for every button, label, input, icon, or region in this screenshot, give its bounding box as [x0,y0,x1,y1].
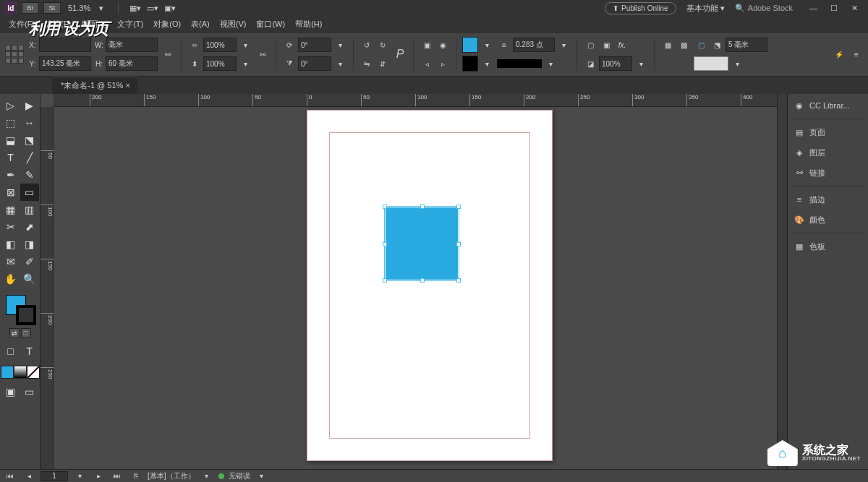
preview-view-icon[interactable]: ▭ [20,383,39,400]
document-tab[interactable]: *未命名-1 @ 51% × [52,77,137,94]
scissors-tool[interactable]: ✂ [1,218,20,236]
swap-fill-stroke-icon[interactable]: ⇄ [9,328,20,338]
clear-transform-icon[interactable]: P [393,47,407,61]
preflight-status[interactable]: 无错误 [229,471,250,481]
table-tool[interactable]: ▥ [20,201,39,218]
opacity-field[interactable]: 100% [599,56,632,71]
zoom-level[interactable]: 51.3% [68,4,90,12]
drop-shadow-icon[interactable]: ◪ [583,56,597,71]
hand-tool[interactable]: ✋ [1,270,20,288]
select-next-icon[interactable]: ▹ [435,56,450,71]
content-collector-tool[interactable]: ⬓ [1,132,20,149]
menu-view[interactable]: 视图(V) [216,17,251,31]
direct-selection-tool[interactable]: ▶ [20,97,39,114]
rotate-cw-icon[interactable]: ↻ [375,38,390,52]
minimize-button[interactable]: — [804,1,823,14]
text-wrap-none-icon[interactable]: ▦ [660,38,675,52]
corner-shape-icon[interactable]: ⬔ [710,38,724,52]
bridge-button[interactable]: Br [22,2,39,14]
object-style[interactable] [694,56,728,71]
rotate-ccw-icon[interactable]: ↺ [359,38,374,52]
normal-view-icon[interactable]: ▣ [1,383,20,400]
prev-page-icon[interactable]: ◂ [22,469,36,483]
panel-pages[interactable]: ▤页面 [788,122,868,142]
publish-online-button[interactable]: ⬆Publish Online [605,2,676,14]
page-number-field[interactable]: 1 [41,471,68,481]
panel-stroke[interactable]: ≡描边 [788,189,868,210]
fill-stroke-proxy[interactable] [4,293,36,325]
control-menu-icon[interactable]: ≡ [849,47,864,61]
last-page-icon[interactable]: ⏭ [110,469,124,483]
content-placer-tool[interactable]: ⬔ [20,132,39,149]
workspace-switcher[interactable]: 基本功能 ▾ [681,1,731,15]
gradient-feather-tool[interactable]: ◨ [20,236,39,253]
stroke-style[interactable] [497,59,542,68]
menu-type[interactable]: 文字(T) [113,17,148,31]
stock-button[interactable]: St [43,2,61,14]
corner-options-icon[interactable]: ▢ [694,38,708,52]
h-field[interactable]: 60 毫米 [106,56,158,71]
stroke-color-box[interactable] [16,305,36,325]
rectangle-frame-tool[interactable]: ⊠ [1,184,20,201]
panel-links[interactable]: ⚯链接 [788,163,868,183]
constrain-wh-icon[interactable]: ⚯ [161,47,175,61]
select-content-icon[interactable]: ◉ [435,38,450,52]
menu-edit[interactable]: 编辑(E) [41,17,76,31]
x-field[interactable] [39,38,91,52]
select-prev-icon[interactable]: ◃ [420,56,434,71]
vertical-ruler[interactable]: 50 100 150 200 250 [41,107,54,469]
gap-tool[interactable]: ↔ [20,114,39,132]
corner-size-field[interactable]: 5 毫米 [726,38,767,52]
menu-file[interactable]: 文件(F) [4,17,39,31]
reference-point[interactable] [4,44,25,64]
open-nav-icon[interactable]: ⎘ [129,469,143,483]
fill-swatch[interactable] [462,37,478,53]
apply-none-icon[interactable] [27,366,40,379]
free-transform-tool[interactable]: ⬈ [20,218,39,236]
note-tool[interactable]: ✉ [1,253,20,270]
arrange-icon[interactable]: ▣▾ [163,1,176,14]
page-dropdown-icon[interactable]: ▾ [72,469,87,483]
document-canvas[interactable]: ✦ [54,107,777,469]
menu-object[interactable]: 对象(O) [149,17,185,31]
gradient-swatch-tool[interactable]: ◧ [1,236,20,253]
selection-tool[interactable]: ▷ [1,97,20,114]
flip-v-icon[interactable]: ⇵ [375,56,390,71]
close-button[interactable]: ✕ [845,1,864,14]
screen-mode-icon[interactable]: ▭▾ [146,1,159,14]
line-tool[interactable]: ╱ [20,149,39,166]
scale-y-field[interactable]: 100% [203,56,237,71]
panel-layers[interactable]: ◈图层 [788,142,868,163]
menu-help[interactable]: 帮助(H) [291,17,326,31]
rectangle-tool[interactable]: ▭ [20,184,39,201]
zoom-tool[interactable]: 🔍 [20,270,39,288]
menu-window[interactable]: 窗口(W) [252,17,289,31]
menu-table[interactable]: 表(A) [187,17,214,31]
panel-swatches[interactable]: ▦色板 [788,236,868,257]
eyedropper-tool[interactable]: ✐ [20,253,39,270]
autofit-icon[interactable]: ▢ [583,38,597,52]
stock-search[interactable]: 🔍 Adobe Stock [735,4,793,13]
rotate-field[interactable]: 0° [298,38,331,52]
page-tool[interactable]: ⬚ [1,114,20,132]
status-workspace[interactable]: [基本]（工作） [148,471,195,481]
scale-x-field[interactable]: 100% [203,38,237,52]
first-page-icon[interactable]: ⏮ [3,469,17,483]
apply-color-icon[interactable] [1,366,14,379]
constrain-scale-icon[interactable]: ⚯ [255,47,270,61]
type-tool[interactable]: T [1,149,20,166]
stroke-weight-field[interactable]: 0.283 点 [513,38,555,52]
table-cell-tool[interactable]: ▦ [1,201,20,218]
text-wrap-bound-icon[interactable]: ▩ [676,38,691,52]
panel-cc-libraries[interactable]: ◉CC Librar... [788,95,868,116]
apply-to-container-icon[interactable]: □ [1,343,20,360]
maximize-button[interactable]: ☐ [825,1,843,14]
flip-h-icon[interactable]: ⇋ [359,56,374,71]
apply-to-text-icon[interactable]: T [20,343,39,360]
y-field[interactable]: 143.25 毫米 [39,56,91,71]
panel-color[interactable]: 🎨颜色 [788,210,868,230]
shear-field[interactable]: 0° [298,56,331,71]
horizontal-ruler[interactable]: 200 150 100 50 0 50 100 150 200 250 300 … [54,94,777,107]
right-collapse-strip[interactable] [777,94,787,469]
zoom-dropdown-icon[interactable]: ▾ [95,1,108,14]
